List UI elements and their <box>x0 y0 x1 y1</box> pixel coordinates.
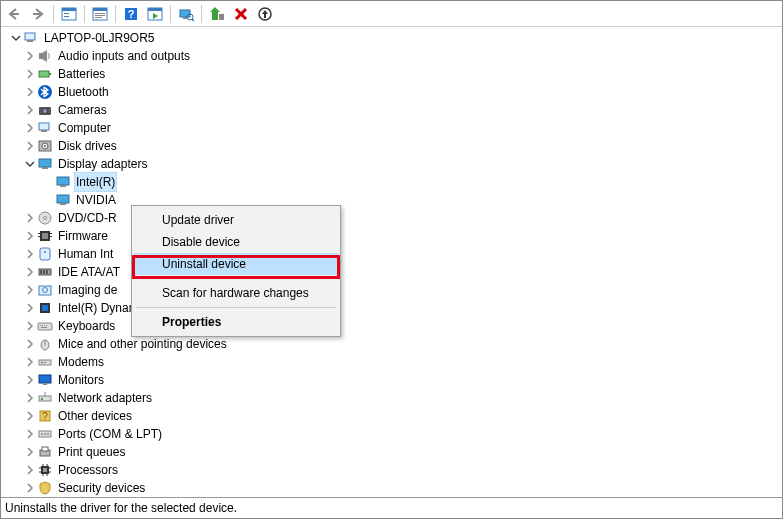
svg-rect-36 <box>39 123 49 130</box>
tree-node-cat-17[interactable]: Network adapters <box>5 389 782 407</box>
tree-node-cat-6[interactable]: Display adapters <box>5 155 782 173</box>
chevron-right-icon[interactable] <box>23 85 37 99</box>
tree-label: Monitors <box>56 371 106 389</box>
svg-rect-69 <box>46 325 47 326</box>
chevron-right-icon[interactable] <box>23 463 37 477</box>
menu-item-scan-for-hardware-changes[interactable]: Scan for hardware changes <box>134 282 338 304</box>
tree-node-cat-18[interactable]: ?Other devices <box>5 407 782 425</box>
svg-rect-87 <box>42 447 48 451</box>
chevron-right-icon[interactable] <box>23 283 37 297</box>
svg-rect-9 <box>95 15 105 16</box>
svg-point-83 <box>41 433 43 435</box>
tree-node-cat-20[interactable]: Print queues <box>5 443 782 461</box>
menu-item-update-driver[interactable]: Update driver <box>134 209 338 231</box>
tree-node-cat-3[interactable]: Cameras <box>5 101 782 119</box>
svg-rect-22 <box>219 14 224 20</box>
svg-rect-67 <box>42 325 43 326</box>
tree-label: Network adapters <box>56 389 154 407</box>
disable-device-icon[interactable] <box>230 3 252 25</box>
chevron-right-icon[interactable] <box>23 121 37 135</box>
help-icon[interactable]: ? <box>120 3 142 25</box>
show-hide-tree-icon[interactable] <box>58 3 80 25</box>
svg-rect-78 <box>39 396 51 401</box>
tree-node-cat-21[interactable]: Processors <box>5 461 782 479</box>
pc-icon <box>37 120 53 136</box>
chevron-right-icon[interactable] <box>23 373 37 387</box>
tree-node-cat-13[interactable]: Keyboards <box>5 317 782 335</box>
device-tree[interactable]: LAPTOP-0LJR9OR5Audio inputs and outputsB… <box>1 27 782 497</box>
svg-rect-20 <box>212 12 218 20</box>
hid-icon <box>37 246 53 262</box>
tree-node-cat-4[interactable]: Computer <box>5 119 782 137</box>
chevron-right-icon[interactable] <box>23 139 37 153</box>
update-driver-icon[interactable] <box>206 3 228 25</box>
tree-node-cat-12[interactable]: Intel(R) Dynamic Platform and Thermal Fr… <box>5 299 782 317</box>
svg-marker-30 <box>42 50 47 62</box>
oth-icon: ? <box>37 408 53 424</box>
chevron-right-icon[interactable] <box>23 229 37 243</box>
chevron-right-icon[interactable] <box>23 355 37 369</box>
chevron-right-icon[interactable] <box>23 301 37 315</box>
tree-node-cat-5[interactable]: Disk drives <box>5 137 782 155</box>
tree-node-cat-0[interactable]: Audio inputs and outputs <box>5 47 782 65</box>
tree-node-root[interactable]: LAPTOP-0LJR9OR5 <box>5 29 782 47</box>
tree-node-cat-7[interactable]: DVD/CD-R <box>5 209 782 227</box>
tree-node-cat-22[interactable]: Security devices <box>5 479 782 497</box>
tree-node-cat-14[interactable]: Mice and other pointing devices <box>5 335 782 353</box>
chevron-right-icon[interactable] <box>23 391 37 405</box>
tree-node-dev-6-0[interactable]: Intel(R) <box>5 173 782 191</box>
chevron-right-icon[interactable] <box>23 319 37 333</box>
tree-node-dev-6-1[interactable]: NVIDIA <box>5 191 782 209</box>
tree-node-cat-19[interactable]: Ports (COM & LPT) <box>5 425 782 443</box>
bat-icon <box>37 66 53 82</box>
toolbar-separator <box>115 5 116 23</box>
svg-rect-79 <box>41 398 43 400</box>
chevron-down-icon[interactable] <box>23 157 37 171</box>
uninstall-device-icon[interactable] <box>254 3 276 25</box>
tree-node-cat-15[interactable]: Modems <box>5 353 782 371</box>
tree-node-cat-2[interactable]: Bluetooth <box>5 83 782 101</box>
chevron-right-icon[interactable] <box>23 409 37 423</box>
svg-text:?: ? <box>42 411 48 422</box>
toolbar-separator <box>170 5 171 23</box>
chevron-down-icon[interactable] <box>9 31 23 45</box>
tree-node-cat-9[interactable]: Human Int <box>5 245 782 263</box>
action-icon[interactable] <box>144 3 166 25</box>
prn-icon <box>37 444 53 460</box>
chevron-right-icon[interactable] <box>23 265 37 279</box>
chevron-right-icon[interactable] <box>23 211 37 225</box>
chevron-right-icon[interactable] <box>23 445 37 459</box>
nav-forward-icon[interactable] <box>27 3 49 25</box>
chevron-right-icon[interactable] <box>23 427 37 441</box>
tree-label: Display adapters <box>56 155 149 173</box>
chevron-right-icon[interactable] <box>23 49 37 63</box>
tree-node-cat-11[interactable]: Imaging de <box>5 281 782 299</box>
menu-item-properties[interactable]: Properties <box>134 311 338 333</box>
svg-rect-4 <box>64 13 69 14</box>
chevron-right-icon[interactable] <box>23 481 37 495</box>
chevron-right-icon[interactable] <box>23 247 37 261</box>
svg-rect-45 <box>57 195 69 203</box>
tree-label: LAPTOP-0LJR9OR5 <box>42 29 157 47</box>
menu-item-uninstall-device[interactable]: Uninstall device <box>134 253 338 275</box>
tree-node-cat-16[interactable]: Monitors <box>5 371 782 389</box>
chevron-right-icon[interactable] <box>23 67 37 81</box>
tree-label: Security devices <box>56 479 147 497</box>
chevron-right-icon[interactable] <box>23 337 37 351</box>
chevron-right-icon[interactable] <box>23 103 37 117</box>
tree-node-cat-10[interactable]: IDE ATA/AT <box>5 263 782 281</box>
svg-rect-60 <box>46 270 48 274</box>
svg-rect-8 <box>95 13 105 14</box>
nav-back-icon[interactable] <box>3 3 25 25</box>
img-icon <box>37 282 53 298</box>
menu-item-disable-device[interactable]: Disable device <box>134 231 338 253</box>
tree-node-cat-8[interactable]: Firmware <box>5 227 782 245</box>
tree-label: Batteries <box>56 65 107 83</box>
properties-icon[interactable] <box>89 3 111 25</box>
tree-node-cat-1[interactable]: Batteries <box>5 65 782 83</box>
net-icon <box>37 390 53 406</box>
scan-hardware-icon[interactable] <box>175 3 197 25</box>
mouse-icon <box>37 336 53 352</box>
tree-label: Other devices <box>56 407 134 425</box>
svg-rect-0 <box>10 13 19 15</box>
